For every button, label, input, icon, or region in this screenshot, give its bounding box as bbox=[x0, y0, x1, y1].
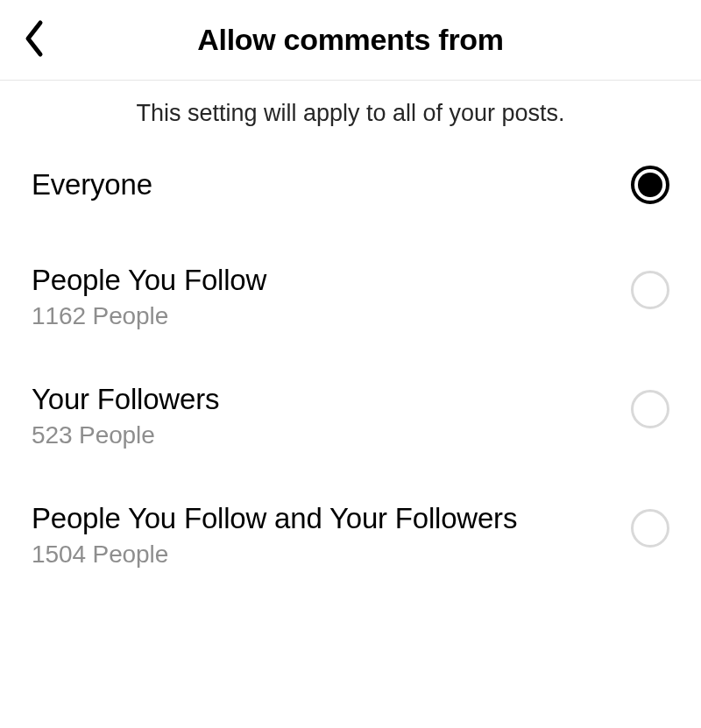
option-label: People You Follow and Your Followers bbox=[32, 502, 517, 535]
option-text: Your Followers 523 People bbox=[32, 383, 219, 449]
option-your-followers[interactable]: Your Followers 523 People bbox=[32, 364, 669, 483]
radio-button[interactable] bbox=[631, 390, 669, 428]
option-text: People You Follow and Your Followers 150… bbox=[32, 502, 517, 569]
option-label: Your Followers bbox=[32, 383, 219, 416]
option-text: Everyone bbox=[32, 168, 152, 201]
options-list: Everyone People You Follow 1162 People Y… bbox=[0, 145, 701, 602]
setting-subtitle: This setting will apply to all of your p… bbox=[0, 81, 701, 145]
option-sublabel: 523 People bbox=[32, 421, 219, 449]
page-title: Allow comments from bbox=[0, 23, 701, 57]
option-sublabel: 1504 People bbox=[32, 541, 517, 569]
option-people-you-follow-and-your-followers[interactable]: People You Follow and Your Followers 150… bbox=[32, 483, 669, 602]
radio-button[interactable] bbox=[631, 166, 669, 204]
option-people-you-follow[interactable]: People You Follow 1162 People bbox=[32, 244, 669, 364]
radio-button[interactable] bbox=[631, 509, 669, 548]
option-label: People You Follow bbox=[32, 264, 266, 297]
chevron-left-icon bbox=[23, 19, 47, 61]
back-button[interactable] bbox=[18, 23, 53, 58]
option-text: People You Follow 1162 People bbox=[32, 264, 266, 330]
option-label: Everyone bbox=[32, 168, 152, 201]
option-everyone[interactable]: Everyone bbox=[32, 145, 669, 244]
header: Allow comments from bbox=[0, 0, 701, 81]
option-sublabel: 1162 People bbox=[32, 302, 266, 330]
radio-button[interactable] bbox=[631, 271, 669, 309]
radio-selected-icon bbox=[638, 173, 662, 197]
